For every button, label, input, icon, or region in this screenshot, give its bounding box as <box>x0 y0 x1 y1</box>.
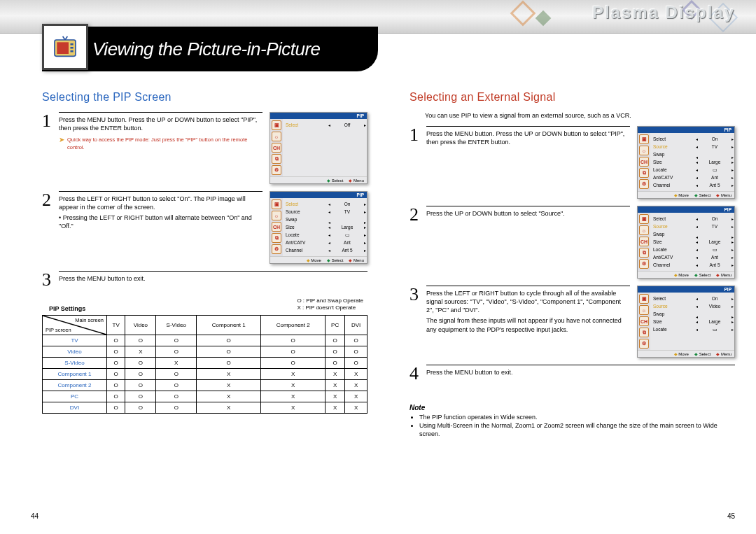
hint-arrow-icon: ➤ <box>59 136 64 143</box>
step-text: Press the MENU button to exit. <box>59 275 146 282</box>
svg-rect-1 <box>57 42 69 54</box>
pip-settings-legend: O : PIP and Swap Operate X : PIP doesn't… <box>297 297 363 312</box>
left-step-3: 3 Press the MENU button to exit. <box>42 271 368 289</box>
right-step-3: 3 Press the LEFT or RIGHT button to cycl… <box>410 286 630 334</box>
osd-screenshot-on: PIP▣☼CH⧉⚙Select◂On▸Source◂TV▸Swap◂▸Size◂… <box>270 191 368 264</box>
svg-rect-2 <box>71 43 74 45</box>
intro-text: You can use PIP to view a signal from an… <box>425 112 735 119</box>
brand-label: Plasma Display <box>592 3 735 22</box>
step-text: Press the MENU button to exit. <box>426 369 513 376</box>
step-text: Press the UP or DOWN button to select "S… <box>426 210 565 217</box>
note-block: Note The PIP function operates in Wide s… <box>410 404 735 438</box>
right-column: Selecting an External Signal You can use… <box>410 91 735 506</box>
osd-screenshot-off: PIP▣☼CH⧉⚙Select◂Off▸SelectMenu <box>270 112 368 184</box>
right-step-1: 1 Press the MENU button. Press the UP or… <box>410 126 630 146</box>
pip-settings-table: Main screenPIP screenTVVideoS-VideoCompo… <box>42 315 368 414</box>
note-item: Using Multi-Screen in the Normal, Zoom1 … <box>419 421 735 438</box>
left-step-2: 2 Press the LEFT or RIGHT button to sele… <box>42 191 262 231</box>
osd-screenshot-r1: PIP▣☼CH⧉⚙Select◂On▸Source◂TV▸Swap◂▸Size◂… <box>637 126 735 199</box>
step-text: Press the MENU button. Press the UP or D… <box>426 130 624 146</box>
left-column: Selecting the PIP Screen 1 Press the MEN… <box>42 91 368 506</box>
left-step-1: 1 Press the MENU button. Press the UP or… <box>42 112 262 151</box>
page-title: Viewing the Picture-in-Picture <box>92 38 321 60</box>
note-item: The PIP function operates in Wide screen… <box>419 413 735 421</box>
svg-rect-4 <box>71 50 74 52</box>
section-heading-external-signal: Selecting an External Signal <box>410 91 735 104</box>
step-subtext: The signal from these inputs will not ap… <box>426 316 626 333</box>
osd-screenshot-r2: PIP▣☼CH⧉⚙Select◂On▸Source◂TV▸Swap◂▸Size◂… <box>637 206 735 279</box>
tv-icon <box>42 24 88 70</box>
pip-settings-title: PIP Settings <box>49 305 85 312</box>
svg-rect-3 <box>71 47 74 49</box>
hint-text: Quick way to access the PIP mode: Just p… <box>67 136 258 151</box>
page-title-band: Viewing the Picture-in-Picture <box>42 27 378 71</box>
page-number-right: 45 <box>727 512 735 520</box>
right-step-2: 2 Press the UP or DOWN button to select … <box>410 206 630 224</box>
section-heading-pip-screen: Selecting the PIP Screen <box>42 91 368 104</box>
right-step-4: 4 Press the MENU button to exit. <box>410 365 735 383</box>
osd-screenshot-r3: PIP▣☼CH⧉⚙Select◂On▸Source◂Video▸Swap◂▸Si… <box>637 286 735 358</box>
page-number-left: 44 <box>31 512 38 520</box>
step-text: Press the MENU button. Press the UP or D… <box>59 116 257 132</box>
note-heading: Note <box>410 404 735 412</box>
step-text: Press the LEFT or RIGHT button to cycle … <box>426 290 621 314</box>
step-subtext: • Pressing the LEFT or RIGHT button will… <box>59 213 258 230</box>
step-text: Press the LEFT or RIGHT button to select… <box>59 195 246 211</box>
